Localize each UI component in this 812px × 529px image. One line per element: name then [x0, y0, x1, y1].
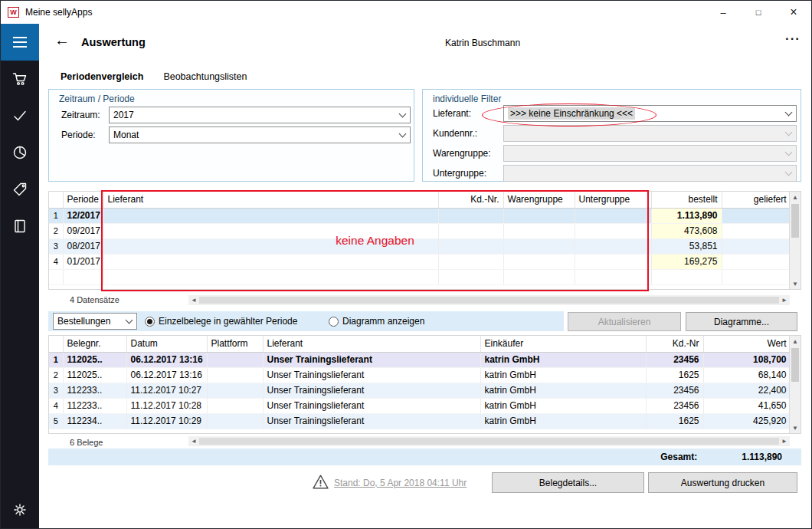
cart-icon	[12, 71, 28, 87]
col-belegnr[interactable]: Belegnr.	[63, 336, 126, 352]
horizontal-scrollbar[interactable]: ◄ ►	[188, 436, 790, 446]
chevron-down-icon	[784, 148, 792, 156]
hamburger-menu-button[interactable]	[1, 24, 39, 61]
cell-datum: 11.12.2017 10:29	[126, 413, 207, 429]
auswertung-drucken-button[interactable]: Auswertung drucken	[648, 472, 797, 493]
app-window: Meine sellyApps – □ ×	[0, 0, 812, 529]
scrollbar-thumb[interactable]	[199, 438, 779, 445]
col-datum[interactable]: Datum	[126, 336, 207, 352]
cell-wert: 68,140	[703, 367, 791, 383]
cell-lieferant: Unser Trainingslieferant	[263, 367, 480, 383]
scroll-up-icon[interactable]: ▲	[790, 192, 801, 202]
cell-periode: 01/2017	[63, 254, 103, 269]
belegdetails-button[interactable]: Belegdetails...	[492, 472, 644, 493]
vertical-scrollbar[interactable]: ▲ ▼	[789, 192, 801, 289]
periode-select[interactable]: Monat	[109, 127, 411, 143]
sidebar-item-tags[interactable]	[1, 171, 39, 208]
cell-wert: 41,650	[703, 398, 791, 413]
beleg-row[interactable]: 4 112233.. 11.12.2017 10:28 Unser Traini…	[49, 398, 791, 413]
period-count-label: 4 Datensätze	[70, 295, 120, 304]
col-warengruppe[interactable]: Warengruppe	[503, 192, 575, 208]
close-button[interactable]: ×	[776, 1, 811, 24]
cell-belegnr: 112025..	[63, 352, 126, 367]
scrollbar-thumb[interactable]	[791, 204, 799, 238]
titlebar: Meine sellyApps – □ ×	[1, 1, 811, 24]
warning-icon	[313, 475, 329, 491]
gear-icon	[12, 502, 28, 518]
col-plattform[interactable]: Plattform	[207, 336, 263, 352]
scroll-left-icon[interactable]: ◄	[191, 297, 197, 304]
sidebar-item-settings[interactable]	[1, 496, 39, 524]
tab-beobachtungslisten[interactable]: Beobachtungslisten	[163, 71, 247, 82]
kundennr-select	[503, 125, 797, 142]
sidebar-item-tasks[interactable]	[1, 97, 39, 134]
belegtyp-select[interactable]: Bestellungen	[53, 313, 137, 330]
detail-control-strip: Bestellungen Einzelbelege in gewählter P…	[48, 311, 564, 331]
col-geliefert[interactable]: geliefert	[722, 192, 791, 208]
minimize-button[interactable]: –	[706, 1, 741, 24]
scrollbar-thumb[interactable]	[199, 297, 779, 304]
col-kdnr[interactable]: Kd.-Nr.	[438, 192, 503, 208]
period-row[interactable]: 3 08/2017 53,851	[49, 238, 791, 254]
radio-diagramm[interactable]: Diagramm anzeigen	[329, 316, 424, 327]
cell-kdnr: 23456	[646, 383, 703, 398]
sidebar-item-catalog[interactable]	[1, 208, 39, 245]
cell-datum: 06.12.2017 13:16	[126, 352, 207, 367]
gesamt-value: 1.113,890	[742, 452, 782, 462]
chevron-down-icon	[398, 130, 406, 137]
cell-belegnr: 112234..	[63, 413, 126, 429]
horizontal-scrollbar[interactable]: ◄ ►	[188, 295, 790, 305]
period-row[interactable]: 1 12/2017 1.113,890	[49, 208, 791, 223]
zeitraum-select[interactable]: 2017	[109, 107, 411, 123]
sidebar-item-cart[interactable]	[1, 61, 39, 97]
chevron-down-icon	[784, 168, 792, 176]
beleg-table-header-row: Belegnr. Datum Plattform Lieferant Einkä…	[49, 336, 791, 352]
col-lieferant[interactable]: Lieferant	[263, 336, 480, 352]
beleg-row[interactable]: 2 112025.. 06.12.2017 13:16 Unser Traini…	[49, 367, 791, 383]
back-button[interactable]: ←	[54, 32, 70, 48]
hamburger-icon	[13, 37, 27, 38]
period-row[interactable]: 2 09/2017 473,608	[49, 223, 791, 238]
col-wert[interactable]: Wert	[703, 336, 791, 352]
status-timestamp: Stand: Do, 5 Apr 2018 04:11 Uhr	[334, 478, 467, 488]
kundennr-label: Kundennr.:	[433, 128, 477, 139]
untergruppe-label: Untergruppe:	[433, 168, 486, 179]
lieferant-select[interactable]: >>> keine Einschränkung <<<	[503, 105, 797, 122]
maximize-button[interactable]: □	[741, 1, 776, 24]
overflow-menu-icon[interactable]: ···	[785, 31, 801, 47]
chevron-down-icon	[784, 128, 792, 136]
vertical-scrollbar[interactable]: ▲ ▼	[789, 336, 801, 433]
col-periode[interactable]: Periode	[63, 192, 103, 208]
scroll-down-icon[interactable]: ▼	[790, 278, 801, 289]
scrollbar-thumb[interactable]	[791, 348, 799, 382]
tab-bar: Periodenvergleich Beobachtungslisten	[61, 71, 247, 82]
radio-button-icon	[145, 317, 155, 327]
col-bestellt[interactable]: bestellt	[651, 192, 722, 208]
scroll-up-icon[interactable]: ▲	[790, 336, 801, 347]
beleg-row[interactable]: 1 112025.. 06.12.2017 13:16 Unser Traini…	[49, 352, 791, 367]
scroll-right-icon[interactable]: ►	[781, 438, 787, 445]
tag-icon	[12, 182, 28, 197]
diagramme-button[interactable]: Diagramme...	[686, 312, 797, 331]
beleg-row[interactable]: 3 112233.. 11.12.2017 10:27 Unser Traini…	[49, 383, 791, 398]
scroll-right-icon[interactable]: ►	[781, 297, 787, 304]
col-untergruppe[interactable]: Untergruppe	[575, 192, 651, 208]
scroll-down-icon[interactable]: ▼	[790, 422, 801, 433]
scroll-left-icon[interactable]: ◄	[191, 438, 197, 445]
cell-kdnr: 23456	[646, 352, 703, 367]
gesamt-label: Gesamt:	[660, 452, 697, 462]
cell-lieferant: Unser Trainingslieferant	[263, 413, 480, 429]
cell-kdnr: 23456	[646, 398, 703, 413]
col-lieferant[interactable]: Lieferant	[103, 192, 438, 208]
tab-periodenvergleich[interactable]: Periodenvergleich	[61, 71, 143, 82]
cell-periode: 08/2017	[63, 238, 103, 254]
beleg-row[interactable]: 5 112234.. 11.12.2017 10:29 Unser Traini…	[49, 413, 791, 429]
period-row[interactable]: 4 01/2017 169,275	[49, 254, 791, 269]
cell-bestellt: 473,608	[651, 223, 722, 238]
sidebar-item-auswertung[interactable]	[1, 134, 39, 171]
col-kdnr[interactable]: Kd.-Nr	[646, 336, 703, 352]
user-name: Katrin Buschmann	[445, 38, 520, 48]
radio-einzelbelege[interactable]: Einzelbelege in gewählter Periode	[145, 316, 297, 327]
cell-bestellt: 169,275	[651, 254, 722, 269]
col-einkaeufer[interactable]: Einkäufer	[480, 336, 646, 352]
